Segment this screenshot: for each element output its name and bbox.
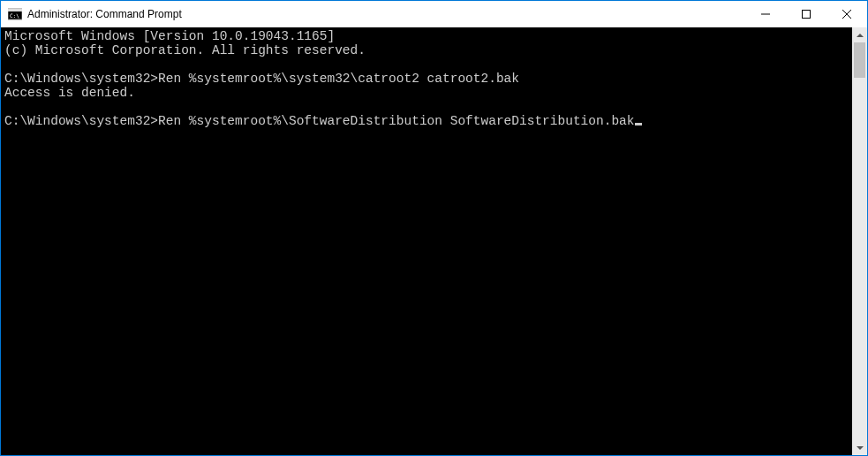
vertical-scrollbar[interactable] — [852, 27, 867, 455]
scrollbar-track[interactable] — [852, 42, 867, 440]
console-output[interactable]: Microsoft Windows [Version 10.0.19043.11… — [1, 27, 852, 455]
maximize-button[interactable] — [786, 1, 826, 27]
titlebar[interactable]: C:\ Administrator: Command Prompt — [1, 1, 867, 27]
prompt-path: C:\Windows\system32> — [4, 72, 158, 86]
cmd-icon: C:\ — [8, 7, 22, 21]
command-prompt-window: C:\ Administrator: Command Prompt Micros… — [1, 1, 867, 455]
svg-rect-4 — [803, 11, 811, 19]
scrollbar-thumb[interactable] — [854, 42, 865, 78]
svg-marker-7 — [857, 34, 864, 37]
response-line: Access is denied. — [4, 86, 135, 100]
scroll-up-button[interactable] — [852, 27, 867, 42]
close-button[interactable] — [826, 1, 867, 27]
command-text: Ren %systemroot%\system32\catroot2 catro… — [158, 72, 519, 86]
title-left: C:\ Administrator: Command Prompt — [1, 7, 182, 21]
svg-text:C:\: C:\ — [10, 12, 19, 19]
window-controls — [745, 1, 867, 27]
minimize-button[interactable] — [745, 1, 786, 27]
copyright-line: (c) Microsoft Corporation. All rights re… — [4, 43, 366, 57]
prompt-path: C:\Windows\system32> — [4, 114, 158, 128]
window-title: Administrator: Command Prompt — [27, 8, 182, 20]
console-area: Microsoft Windows [Version 10.0.19043.11… — [1, 27, 867, 455]
scroll-down-button[interactable] — [852, 440, 867, 455]
svg-rect-1 — [8, 9, 22, 11]
text-cursor — [635, 123, 642, 125]
command-text: Ren %systemroot%\SoftwareDistribution So… — [158, 114, 635, 128]
svg-marker-8 — [857, 446, 864, 450]
version-line: Microsoft Windows [Version 10.0.19043.11… — [4, 29, 335, 43]
